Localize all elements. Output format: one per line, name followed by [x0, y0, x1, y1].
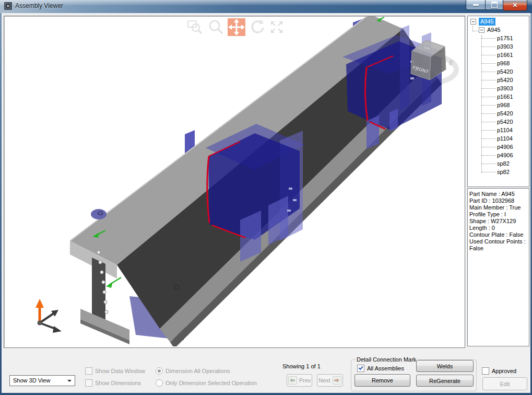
prev-button[interactable]: Prev	[287, 374, 312, 387]
maximize-icon	[491, 2, 498, 8]
tree-item-label[interactable]: p5420	[497, 68, 513, 76]
tree-item-label[interactable]: sp82	[497, 160, 510, 168]
tree-item-label[interactable]: sp82	[497, 168, 510, 176]
close-icon: ✕	[512, 2, 517, 8]
zoom-corners-icon	[269, 20, 284, 34]
zoom-button[interactable]	[207, 18, 224, 36]
tree-item-p5420[interactable]: p5420	[468, 118, 529, 126]
tree-item-label[interactable]: p1661	[497, 93, 513, 101]
tree-item-label[interactable]: p1104	[497, 126, 513, 134]
tree-item-p5420[interactable]: p5420	[468, 76, 529, 84]
tree-item-label[interactable]: A945	[487, 26, 501, 34]
tree-item-p4906[interactable]: p4906	[468, 143, 529, 151]
tree-item-label[interactable]: p1661	[497, 51, 513, 59]
tree-connector	[481, 147, 495, 147]
checkbox-box	[85, 367, 92, 375]
next-arrow-icon	[333, 376, 341, 385]
zoom-window-icon	[186, 18, 204, 36]
next-label: Next	[318, 377, 330, 384]
tree-item-p968[interactable]: p968	[468, 101, 529, 109]
tree-item-label[interactable]: p5420	[497, 110, 513, 118]
tree-item-p5420[interactable]: p5420	[468, 109, 529, 118]
tree-item-sp82[interactable]: sp82	[468, 159, 529, 168]
part-info-line: Profile Type : I	[469, 211, 528, 218]
window-title: Assembly Viewer	[15, 2, 63, 9]
tree-item-label[interactable]: p4906	[497, 152, 513, 159]
tree-item-A945[interactable]: A945	[468, 26, 529, 34]
title-bar[interactable]: Assembly Viewer ✕	[0, 0, 532, 13]
regenerate-button[interactable]: ReGenerate	[416, 375, 474, 387]
tree-connector	[481, 105, 495, 106]
tree-item-p1104[interactable]: p1104	[468, 134, 529, 143]
tree-item-label[interactable]: p968	[497, 60, 510, 67]
tree-connector	[481, 47, 495, 47]
tree-connector	[481, 97, 495, 97]
approved-label: Approved	[492, 368, 516, 374]
rotate-view-button[interactable]	[249, 18, 266, 36]
tree-item-label[interactable]: p3903	[497, 85, 513, 92]
tree-item-p3903[interactable]: p3903	[468, 42, 529, 51]
tree-item-p1104[interactable]: p1104	[468, 126, 529, 134]
all-assemblies-label: All Assemblies	[367, 365, 404, 371]
checkbox-box	[85, 379, 92, 387]
dimension-selected-radio[interactable]: Only Dimension Selected Operation	[156, 379, 257, 387]
prev-label: Prev	[299, 377, 311, 384]
tree-item-label[interactable]: p968	[497, 101, 510, 109]
tree-item-label[interactable]: p1104	[497, 135, 513, 143]
app-window: Assembly Viewer ✕ E	[0, 0, 532, 395]
assembly-3d-viewport[interactable]: E	[4, 16, 465, 348]
view-mode-select[interactable]: Show 3D View	[9, 375, 75, 386]
show-data-window-checkbox[interactable]: Show Data Window	[85, 367, 145, 375]
zoom-window-button[interactable]	[186, 18, 204, 36]
tree-item-sp82[interactable]: sp82	[468, 168, 529, 176]
tree-item-p1661[interactable]: p1661	[468, 92, 529, 101]
assembly-tree-panel: A945A945p1751p3903p1661p968p5420p5420p39…	[467, 16, 529, 187]
tree-item-label[interactable]: p4906	[497, 143, 513, 151]
part-info-line: Contour Plate : False	[469, 231, 528, 238]
tree-item-p1661[interactable]: p1661	[468, 51, 529, 59]
tree-expander-icon[interactable]	[479, 27, 484, 33]
tree-item-p1751[interactable]: p1751	[468, 34, 529, 42]
minimize-button[interactable]	[466, 0, 486, 10]
close-button[interactable]: ✕	[503, 0, 527, 11]
regenerate-label: ReGenerate	[429, 378, 460, 384]
approved-checkbox[interactable]: Approved	[482, 367, 516, 375]
tree-connector	[481, 122, 495, 122]
part-info-text: Part Name : A945Part ID : 1032968Main Me…	[468, 189, 529, 252]
checkbox-box	[357, 365, 364, 372]
tree-connector	[481, 130, 495, 131]
edit-button[interactable]: Edit	[482, 377, 527, 390]
tree-connector	[481, 155, 495, 156]
flange-bolt-disc	[91, 209, 107, 219]
tree-item-p4906[interactable]: p4906	[468, 151, 529, 159]
tree-connector	[481, 164, 495, 164]
tree-item-label[interactable]: p1751	[497, 34, 513, 42]
radio-circle	[156, 367, 163, 375]
pan-button[interactable]	[228, 18, 245, 36]
tree-item-p3903[interactable]: p3903	[468, 84, 529, 92]
dimension-all-radio[interactable]: Dimension All Operations	[156, 367, 230, 375]
part-info-line: Length : 0	[469, 225, 528, 231]
tree-item-A945[interactable]: A945	[468, 17, 529, 26]
next-button[interactable]: Next	[317, 374, 343, 387]
view-toolbar	[186, 18, 284, 36]
part-info-line: Shape : W27X129	[469, 218, 528, 225]
rotate-view-icon	[249, 18, 266, 36]
zoom-corners-button[interactable]	[269, 18, 284, 36]
tree-item-p5420[interactable]: p5420	[468, 67, 529, 76]
tree-connector	[481, 172, 495, 172]
tree-item-label[interactable]: p3903	[497, 43, 513, 51]
tree-item-label[interactable]: p5420	[497, 76, 513, 84]
tree-item-label[interactable]: A945	[479, 18, 495, 26]
all-assemblies-checkbox[interactable]: All Assemblies	[357, 365, 404, 372]
dimension-selected-label: Only Dimension Selected Operation	[165, 380, 257, 386]
dimension-all-label: Dimension All Operations	[165, 368, 230, 374]
tree-expander-icon[interactable]	[470, 19, 476, 25]
remove-button[interactable]: Remove	[354, 374, 410, 387]
tree-item-label[interactable]: p5420	[497, 118, 513, 126]
maximize-button[interactable]	[486, 0, 503, 10]
show-dimensions-checkbox[interactable]: Show Dimensions	[85, 379, 141, 387]
part-info-line: Main Member : True	[469, 204, 528, 211]
welds-button[interactable]: Welds	[416, 360, 474, 372]
tree-item-p968[interactable]: p968	[468, 59, 529, 67]
